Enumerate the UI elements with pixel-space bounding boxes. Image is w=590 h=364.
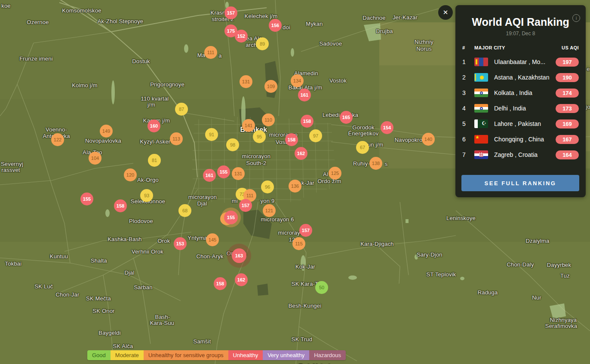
aqi-marker[interactable]: 111 xyxy=(204,46,217,59)
aqi-marker[interactable]: 104 xyxy=(89,152,101,165)
aqi-marker[interactable]: 50 xyxy=(315,281,328,294)
map-label: Norus xyxy=(416,46,432,52)
aqi-marker[interactable]: 162 xyxy=(235,273,248,286)
legend-item: Moderate xyxy=(111,350,144,360)
map-label: SK Onor xyxy=(92,308,114,314)
aqi-marker[interactable]: 122 xyxy=(51,133,64,146)
aqi-marker[interactable]: 121 xyxy=(263,204,276,217)
map-label: Frunze imeni xyxy=(19,55,53,62)
aqi-marker[interactable]: 134 xyxy=(291,74,304,87)
aqi-marker[interactable]: 155 xyxy=(224,211,238,224)
map-label: Yntyma xyxy=(187,235,207,241)
map-label: Shalta xyxy=(91,257,107,264)
map-label: Navopokro xyxy=(395,137,423,143)
aqi-marker[interactable]: 131 xyxy=(232,167,245,180)
map-label: microrayon xyxy=(188,194,217,200)
aqi-marker[interactable]: 87 xyxy=(175,103,188,116)
aqi-marker[interactable]: 96 xyxy=(261,180,274,193)
map-label: Kashka-Bash xyxy=(108,236,142,242)
map-label: Jer-Kazar xyxy=(393,14,418,21)
info-icon[interactable]: i xyxy=(572,14,580,22)
aqi-marker[interactable]: 145 xyxy=(206,233,219,246)
aqi-marker[interactable]: 161 xyxy=(298,89,311,101)
ranking-row[interactable]: 1Ulaanbaatar , Mo...197 xyxy=(455,54,586,70)
aqi-marker[interactable]: 140 xyxy=(422,133,435,146)
aqi-marker[interactable]: 156 xyxy=(269,19,282,32)
map-label: Samšit xyxy=(194,338,211,345)
aqi-marker[interactable]: 93 xyxy=(140,189,153,202)
aqi-marker[interactable]: 120 xyxy=(124,168,137,181)
aqi-marker[interactable]: 165 xyxy=(340,111,353,124)
map-label: Voenno- xyxy=(46,126,67,133)
aqi-marker[interactable]: 160 xyxy=(148,119,160,132)
aqi-marker[interactable]: 158 xyxy=(214,277,227,290)
map-label: Kyzyl-Asker xyxy=(140,138,171,145)
aqi-marker[interactable]: 81 xyxy=(148,154,161,167)
aqi-marker[interactable]: 155 xyxy=(80,193,93,205)
close-panel-button[interactable]: ✕ xyxy=(438,5,453,20)
aqi-marker[interactable]: 158 xyxy=(285,133,298,146)
aqi-marker[interactable]: 162 xyxy=(295,147,307,160)
aqi-marker[interactable]: 89 xyxy=(256,37,269,50)
ranking-row[interactable]: 6Chongqing , China167 xyxy=(455,132,586,147)
aqi-marker[interactable]: 97 xyxy=(309,129,322,142)
legend-item: Very unhealthy xyxy=(263,350,309,360)
aqi-marker[interactable]: 136 xyxy=(289,180,301,193)
map-label: Plodovoe xyxy=(129,218,153,224)
rank-number: 5 xyxy=(462,120,474,127)
aqi-badge: 197 xyxy=(556,58,579,67)
aqi-marker[interactable]: 157 xyxy=(224,6,237,19)
ranking-row[interactable]: 4Delhi , India173 xyxy=(455,101,586,116)
aqi-marker[interactable]: 95 xyxy=(253,130,266,143)
map-label: Chon-Jar xyxy=(55,291,79,298)
aqi-marker[interactable]: 138 xyxy=(369,157,382,170)
map-label: Chon-Aryk xyxy=(196,253,223,260)
map-label: SK Alča xyxy=(113,343,133,349)
aqi-marker[interactable]: 68 xyxy=(178,204,191,217)
aqi-marker[interactable]: 161 xyxy=(203,169,216,182)
aqi-column-header: US AQI xyxy=(562,45,579,50)
map-label: Dachnoe xyxy=(363,15,385,21)
ranking-row[interactable]: 2Astana , Kazakhstan190 xyxy=(455,70,586,85)
aqi-marker[interactable]: 98 xyxy=(226,138,239,151)
map-label: Krasn xyxy=(211,9,226,16)
city-name: Delhi , India xyxy=(494,105,556,112)
map-label: Ozernoe xyxy=(27,19,49,25)
ranking-row[interactable]: 5Lahore , Pakistan169 xyxy=(455,116,586,132)
aqi-marker[interactable]: 157 xyxy=(239,199,252,212)
aqi-marker[interactable]: 163 xyxy=(232,248,246,263)
map-label: Leninskoye xyxy=(446,215,476,221)
aqi-marker[interactable]: 149 xyxy=(100,125,113,138)
aqi-marker[interactable]: 110 xyxy=(262,113,275,126)
aqi-marker[interactable]: 113 xyxy=(170,132,183,145)
rank-number: 2 xyxy=(462,74,474,81)
see-full-ranking-button[interactable]: SEE FULL RANKING xyxy=(461,175,579,191)
aqi-marker[interactable]: 157 xyxy=(299,224,312,237)
aqi-marker[interactable]: 153 xyxy=(174,237,187,250)
map-label: e xyxy=(587,66,590,72)
aqi-marker[interactable]: 109 xyxy=(264,80,277,93)
in-flag-icon xyxy=(474,89,488,97)
ranking-row[interactable]: 7Zagreb , Croatia164 xyxy=(455,147,586,162)
aqi-marker[interactable]: 115 xyxy=(292,237,305,250)
city-name: Ulaanbaatar , Mo... xyxy=(494,58,556,65)
aqi-marker[interactable]: 131 xyxy=(240,75,252,88)
legend-item: Hazardous xyxy=(309,350,346,360)
map-label: Tokbai xyxy=(5,260,22,267)
aqi-marker[interactable]: 152 xyxy=(235,30,248,43)
map-label: doi xyxy=(283,24,290,31)
ranking-rows: 1Ulaanbaatar , Mo...1972Astana , Kazakhs… xyxy=(455,54,586,162)
rank-number: 3 xyxy=(462,89,474,96)
aqi-marker[interactable]: 141 xyxy=(242,119,255,132)
aqi-badge: 174 xyxy=(556,89,579,98)
aqi-marker[interactable]: 155 xyxy=(217,165,230,178)
map-label: Besh-Kungei xyxy=(289,303,322,309)
map-label: Bash- xyxy=(155,314,170,320)
aqi-marker[interactable]: 125 xyxy=(329,167,341,180)
aqi-marker[interactable]: 158 xyxy=(114,199,127,212)
aqi-marker[interactable]: 154 xyxy=(381,121,393,134)
aqi-marker[interactable]: 158 xyxy=(301,115,313,128)
aqi-marker[interactable]: 91 xyxy=(205,128,218,141)
aqi-marker[interactable]: 67 xyxy=(356,141,369,154)
ranking-row[interactable]: 3Kolkata , India174 xyxy=(455,85,586,101)
